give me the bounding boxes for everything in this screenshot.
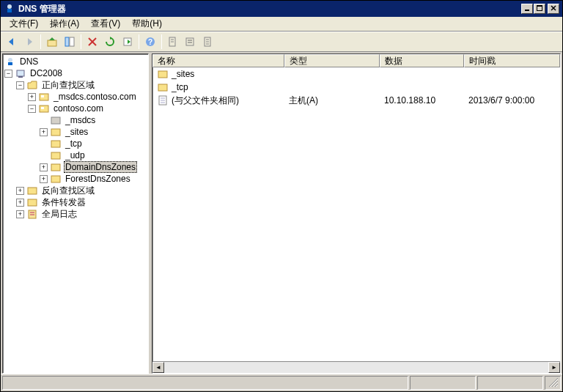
- zone-icon: [38, 103, 50, 114]
- toolbar: ?: [1, 32, 562, 52]
- column-type[interactable]: 类型: [284, 54, 380, 67]
- folder-icon: [157, 69, 169, 79]
- cell-data: 10.10.188.10: [384, 95, 435, 106]
- svg-rect-28: [18, 76, 23, 78]
- window-buttons: [521, 4, 559, 14]
- list-body[interactable]: _sites _tcp: [152, 67, 560, 361]
- toolbar-separator: [81, 34, 81, 49]
- cell-name: _tcp: [172, 82, 188, 92]
- tree-label: 反向查找区域: [40, 185, 96, 197]
- cell-name: (与父文件夹相同): [172, 95, 239, 107]
- menu-action[interactable]: 操作(A): [44, 16, 85, 32]
- collapse-icon[interactable]: −: [16, 81, 24, 89]
- column-timestamp[interactable]: 时间戳: [464, 54, 560, 67]
- expand-icon[interactable]: +: [40, 175, 48, 183]
- refresh-button[interactable]: [102, 34, 118, 50]
- log-icon: [26, 209, 38, 219]
- tree-node-global-log[interactable]: + 全局日志: [4, 208, 147, 220]
- tree-node-udp[interactable]: _udp: [4, 149, 147, 161]
- tree-node-root[interactable]: DNS: [4, 56, 147, 67]
- help-button[interactable]: ?: [142, 34, 158, 50]
- list-row[interactable]: _sites: [152, 67, 560, 81]
- close-button[interactable]: [548, 4, 559, 14]
- tree-node-forestdns[interactable]: + ForestDnsZones: [4, 173, 147, 185]
- folder-icon: [50, 127, 62, 137]
- expand-icon[interactable]: +: [16, 199, 24, 207]
- tree-node-sites[interactable]: + _sites: [4, 126, 147, 138]
- svg-text:?: ?: [148, 38, 152, 46]
- delete-button[interactable]: [84, 34, 100, 50]
- scroll-right-button[interactable]: ►: [548, 362, 560, 373]
- tree-node-domaindns[interactable]: + DomainDnsZones: [4, 161, 147, 173]
- tree-label: _msdcs.contoso.com: [52, 92, 138, 102]
- tree-label-selected: DomainDnsZones: [64, 161, 137, 173]
- forward-button[interactable]: [21, 34, 37, 50]
- folder-icon: [50, 150, 62, 160]
- folder-open-icon: [26, 80, 38, 90]
- list-row[interactable]: (与父文件夹相同) 主机(A) 10.10.188.10 2013/6/7 9:…: [152, 94, 560, 107]
- up-button[interactable]: [44, 34, 60, 50]
- collapse-icon[interactable]: −: [28, 105, 36, 113]
- svg-rect-26: [8, 62, 12, 65]
- tree-label: _tcp: [64, 138, 84, 149]
- status-extra-1: [410, 376, 476, 390]
- statusbar: [1, 374, 562, 391]
- cell-type: 主机(A): [289, 95, 318, 107]
- expand-icon[interactable]: +: [40, 163, 48, 171]
- tree-node-tcp[interactable]: _tcp: [4, 138, 147, 149]
- list-pane: 名称 类型 数据 时间戳 _sites: [152, 53, 561, 374]
- tree-pane[interactable]: DNS − DC2008 − 正向查找区域 + _msdcs.: [2, 53, 149, 374]
- content-area: DNS − DC2008 − 正向查找区域 + _msdcs.: [1, 52, 562, 374]
- scroll-left-button[interactable]: ◄: [152, 362, 164, 373]
- folder-icon: [50, 174, 62, 184]
- svg-rect-45: [158, 84, 167, 91]
- tree-label: _msdcs: [64, 115, 97, 125]
- svg-rect-40: [28, 199, 37, 206]
- svg-rect-35: [51, 141, 60, 147]
- list-row[interactable]: _tcp: [152, 81, 560, 94]
- tree-node-cond-fwd[interactable]: + 条件转发器: [4, 196, 147, 208]
- menu-view[interactable]: 查看(V): [85, 16, 126, 32]
- expand-icon[interactable]: +: [16, 210, 24, 218]
- tree-node-zone-contoso[interactable]: − contoso.com: [4, 103, 147, 114]
- tool-extra-3[interactable]: [200, 34, 216, 50]
- export-button[interactable]: [119, 34, 136, 50]
- expand-icon[interactable]: +: [16, 187, 24, 195]
- menu-help[interactable]: 帮助(H): [126, 16, 168, 32]
- tree-node-fwd-zone[interactable]: − 正向查找区域: [4, 79, 147, 91]
- svg-rect-33: [51, 117, 60, 124]
- expand-icon[interactable]: +: [40, 128, 48, 136]
- show-hide-tree-button[interactable]: [62, 34, 78, 50]
- tree-label: DNS: [18, 56, 40, 67]
- tool-extra-2[interactable]: [183, 34, 199, 50]
- svg-rect-8: [65, 37, 69, 46]
- folder-icon: [50, 162, 62, 172]
- svg-rect-36: [51, 152, 60, 159]
- back-button[interactable]: [4, 34, 20, 50]
- gray-folder-icon: [50, 115, 62, 125]
- tree-node-zone-msdcs[interactable]: + _msdcs.contoso.com: [4, 91, 147, 103]
- collapse-icon[interactable]: −: [4, 70, 12, 78]
- svg-rect-32: [41, 107, 44, 109]
- tree-node-rev-zone[interactable]: + 反向查找区域: [4, 185, 147, 196]
- svg-rect-27: [17, 70, 24, 76]
- record-icon: [157, 95, 169, 106]
- minimize-button[interactable]: [521, 4, 533, 14]
- status-extra-2: [477, 376, 543, 390]
- tree-node-server[interactable]: − DC2008: [4, 67, 147, 79]
- folder-icon: [26, 197, 38, 207]
- expand-icon[interactable]: +: [28, 93, 36, 101]
- column-name[interactable]: 名称: [152, 54, 284, 67]
- menubar: 文件(F) 操作(A) 查看(V) 帮助(H): [1, 17, 562, 32]
- tool-extra-1[interactable]: [165, 34, 181, 50]
- resize-grip[interactable]: [545, 376, 561, 390]
- menu-file[interactable]: 文件(F): [4, 16, 44, 32]
- tree-node-msdcs[interactable]: _msdcs: [4, 114, 147, 126]
- scroll-track[interactable]: [164, 362, 548, 373]
- svg-rect-30: [41, 95, 44, 97]
- horizontal-scrollbar[interactable]: ◄ ►: [152, 361, 560, 373]
- column-data[interactable]: 数据: [380, 54, 464, 67]
- tree-label: _sites: [64, 127, 89, 137]
- dns-icon: [4, 56, 16, 67]
- maximize-button[interactable]: [534, 4, 545, 14]
